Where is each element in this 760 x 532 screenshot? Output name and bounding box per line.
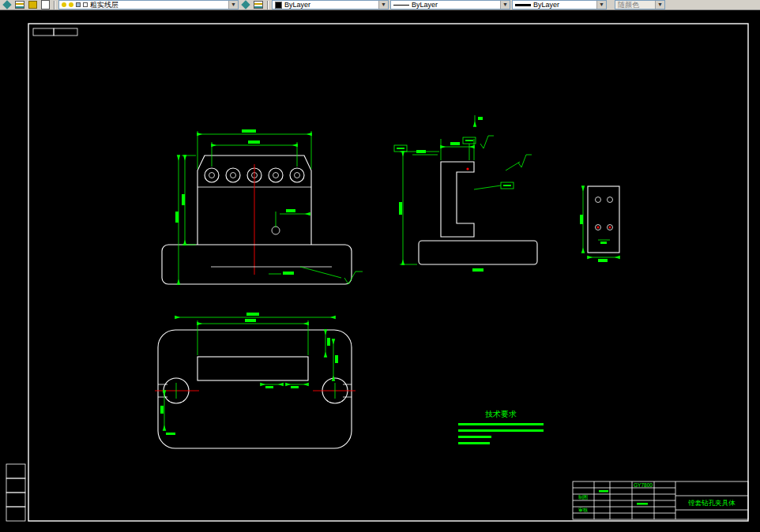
- layer-states-icon[interactable]: [253, 1, 264, 9]
- color-value-label: ByLayer: [284, 1, 310, 9]
- title-block-code: GY7800: [634, 482, 653, 488]
- make-object-layer-current-icon[interactable]: [240, 1, 251, 9]
- layer-lock-icon: [76, 2, 81, 7]
- color-dropdown[interactable]: ByLayer ▼: [272, 0, 389, 9]
- chevron-down-icon[interactable]: ▼: [378, 1, 388, 9]
- front-view: [162, 129, 363, 284]
- surface-finish-icon: [344, 272, 363, 284]
- object-properties-toolbar: 粗实线层 ▼ ByLayer ▼ ByLayer ▼ ByLayer ▼ 随颜色…: [0, 0, 760, 10]
- surface-finish-icon: [480, 136, 494, 148]
- drawing-border: [6, 24, 748, 521]
- current-color-swatch: [275, 2, 282, 9]
- layers-icon[interactable]: [14, 1, 25, 9]
- technical-requirements: 技术要求: [458, 410, 544, 444]
- drawing-svg[interactable]: 技术要求 GY7800 镗套钻孔夹具体 制图 审核: [0, 0, 760, 532]
- lineweight-preview: [515, 4, 531, 6]
- front-view-dimensions: [175, 129, 363, 284]
- title-block: GY7800 镗套钻孔夹具体 制图 审核: [573, 481, 748, 519]
- plan-view-dimensions: [160, 313, 338, 435]
- lineweight-value-label: ByLayer: [533, 1, 559, 9]
- layer-color-swatch: [83, 2, 88, 7]
- drawing-canvas[interactable]: 技术要求 GY7800 镗套钻孔夹具体 制图 审核: [0, 0, 760, 532]
- side-plate-view: [580, 186, 619, 262]
- layer-previous-icon[interactable]: [40, 1, 51, 9]
- make-layer-current-icon[interactable]: [27, 1, 38, 9]
- layer-on-icon: [62, 2, 66, 7]
- toolbar-separator: [54, 1, 55, 9]
- title-block-cell-check: 审核: [578, 507, 588, 512]
- layer-dropdown[interactable]: 粗实线层 ▼: [58, 0, 239, 9]
- tech-requirements-line: [458, 436, 491, 438]
- layer-properties-icon[interactable]: [2, 1, 13, 9]
- layer-freeze-icon: [69, 2, 73, 7]
- section-view: [394, 115, 537, 272]
- chevron-down-icon[interactable]: ▼: [500, 1, 510, 9]
- linetype-value-label: ByLayer: [412, 1, 438, 9]
- title-block-cell-draw: 制图: [578, 495, 588, 500]
- surface-finish-icon: [518, 155, 532, 167]
- tech-requirements-title: 技术要求: [485, 410, 517, 418]
- plan-view: [155, 313, 356, 448]
- plot-style-value-label: 随颜色: [618, 0, 639, 9]
- section-view-dimensions: [394, 136, 532, 272]
- title-block-part-name: 镗套钻孔夹具体: [687, 499, 736, 507]
- linetype-preview: [393, 5, 409, 6]
- tech-requirements-line: [458, 429, 544, 432]
- linetype-dropdown[interactable]: ByLayer ▼: [390, 0, 510, 9]
- layer-name-label: 粗实线层: [90, 0, 119, 9]
- chevron-down-icon[interactable]: ▼: [228, 1, 238, 9]
- chevron-down-icon: ▼: [655, 1, 664, 9]
- datum-target-dot: [466, 167, 468, 170]
- plot-style-dropdown[interactable]: 随颜色 ▼: [615, 0, 665, 9]
- tech-requirements-line: [458, 423, 544, 425]
- lineweight-dropdown[interactable]: ByLayer ▼: [512, 0, 607, 9]
- chevron-down-icon[interactable]: ▼: [596, 1, 606, 9]
- tech-requirements-line: [458, 442, 490, 444]
- toolbar-separator: [267, 1, 269, 9]
- section-arrow: [475, 115, 483, 126]
